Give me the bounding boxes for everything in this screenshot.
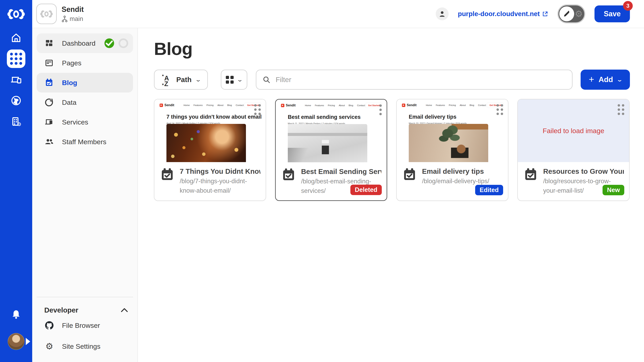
account-icon[interactable] — [436, 7, 448, 20]
preview-nav-item: Contact — [357, 104, 365, 107]
sort-az-icon: ▲▼ AZ — [162, 73, 172, 86]
preview-nav-item: About — [339, 104, 345, 107]
sidebar-item-label: Data — [62, 98, 76, 106]
developer-heading: Developer — [44, 306, 78, 314]
toolbar: ▲▼ AZ Path ⌄ ⌄ — [154, 70, 630, 90]
filter-field — [256, 70, 573, 90]
sidebar-item-label: Staff Members — [62, 138, 106, 146]
sidebar-item-label: Pages — [62, 59, 81, 67]
page-title: Blog — [154, 39, 630, 59]
sidebar-item-label: File Browser — [62, 322, 100, 330]
chevron-down-icon: ⌄ — [616, 77, 623, 83]
blog-card-email-delivery-tips[interactable]: Sendit HomeFeaturesPricingAboutBlogConta… — [396, 99, 508, 201]
search-icon — [262, 76, 270, 84]
sidebar-item-services[interactable]: Services — [37, 112, 133, 132]
icon-rail: ⚙ — [0, 0, 32, 362]
sidebar-item-label: Site Settings — [62, 343, 100, 350]
preview-nav-item: Pricing — [328, 104, 335, 107]
calendar-check-icon — [160, 167, 174, 182]
git-branch-icon — [62, 15, 68, 22]
card-site-preview: Sendit HomeFeaturesPricingAboutBlogConta… — [154, 99, 266, 162]
pages-icon — [44, 58, 54, 68]
blog-card-7-things[interactable]: Sendit HomeFeaturesPricingAboutBlogConta… — [154, 99, 266, 201]
sort-label: Path — [176, 76, 192, 84]
sidebar-item-file-browser[interactable]: File Browser — [40, 316, 130, 335]
sidebar-item-label: Blog — [62, 79, 77, 87]
cloudcannon-logo-icon — [7, 6, 25, 22]
drag-handle-icon[interactable] — [254, 104, 261, 115]
expand-rail-arrow-icon[interactable] — [26, 338, 30, 345]
grid-view-icon — [226, 76, 234, 84]
status-badge-new: New — [602, 185, 624, 195]
build-pending-icon — [118, 38, 128, 48]
chevron-up-icon — [121, 308, 128, 312]
drag-handle-icon[interactable] — [496, 104, 503, 115]
blog-card-best-email[interactable]: Sendit HomeFeaturesPricingAboutBlogConta… — [275, 99, 387, 201]
github-icon — [44, 320, 54, 331]
chevron-down-icon: ⌄ — [237, 77, 243, 83]
card-title: Best Email Sending Servi… — [301, 168, 381, 176]
main-content: Blog ▲▼ AZ Path ⌄ ⌄ — [138, 28, 644, 362]
sidebar-item-pages[interactable]: Pages — [37, 53, 133, 73]
preview-nav-item: Home — [184, 104, 190, 106]
calendar-check-icon — [281, 168, 296, 182]
edit-settings-toggle[interactable]: ⚙ — [558, 4, 585, 23]
sidebar-item-dashboard[interactable]: Dashboard — [37, 33, 133, 53]
preview-nav-item: Blog — [348, 104, 353, 107]
kebab-menu-icon[interactable] — [379, 104, 382, 115]
status-badge-deleted: Deleted — [350, 185, 382, 195]
preview-url-text: purple-door.cloudvent.net — [458, 10, 540, 18]
add-button[interactable]: + Add ⌄ — [580, 70, 630, 90]
preview-sendit-logo: Sendit — [160, 103, 174, 107]
devices-icon[interactable] — [0, 69, 32, 90]
sidebar-item-data[interactable]: Data — [37, 92, 133, 112]
card-grid: Sendit HomeFeaturesPricingAboutBlogConta… — [154, 99, 630, 201]
failed-to-load-text: Failed to load image — [542, 127, 604, 135]
card-title: 7 Things You Didnt Know… — [180, 167, 260, 175]
build-success-icon — [104, 38, 114, 48]
sidebar-item-label: Services — [62, 118, 88, 126]
card-path: /blog/7-things-you-didnt-know-about-emai… — [180, 177, 260, 195]
preview-headline: Best email sending services — [288, 114, 386, 120]
svg-text:⚙: ⚙ — [45, 341, 53, 351]
card-site-preview: Sendit HomeFeaturesPricingAboutBlogConta… — [276, 99, 386, 162]
app-root: ⚙ — [0, 0, 644, 362]
preview-sendit-logo: Sendit — [402, 103, 416, 107]
plus-icon: + — [589, 75, 594, 84]
sidebar-item-site-settings[interactable]: ⚙ Site Settings — [40, 337, 130, 356]
organization-icon[interactable]: ⚙ — [0, 111, 32, 132]
sidebar-item-staff-members[interactable]: Staff Members — [37, 132, 133, 152]
status-badge-edited: Edited — [475, 185, 503, 195]
preview-nav-item: Features — [194, 104, 203, 106]
site-preview-link[interactable]: purple-door.cloudvent.net — [458, 10, 548, 18]
filter-input[interactable] — [276, 76, 566, 84]
developer-section-toggle[interactable]: Developer — [40, 306, 130, 314]
preview-nav: HomeFeaturesPricingAboutBlogContact — [426, 104, 486, 106]
preview-nav-item: Pricing — [206, 104, 214, 106]
user-avatar[interactable] — [8, 333, 24, 350]
home-icon[interactable] — [0, 27, 32, 48]
globe-icon[interactable] — [0, 90, 32, 111]
preview-nav: HomeFeaturesPricingAboutBlogContact — [305, 104, 365, 107]
preview-nav-item: Blog — [227, 104, 232, 106]
apps-grid-icon[interactable] — [0, 48, 32, 69]
failed-image-area: Failed to load image — [518, 99, 629, 162]
card-title: Resources to Grow Your … — [543, 167, 624, 175]
developer-section: Developer File Browser ⚙ Site Settings — [37, 297, 133, 362]
sort-dropdown[interactable]: ▲▼ AZ Path ⌄ — [154, 70, 208, 90]
svg-text:⚙: ⚙ — [17, 121, 22, 127]
sidebar-item-blog[interactable]: Blog — [37, 73, 133, 92]
preview-photo — [166, 124, 246, 162]
blog-card-resources[interactable]: Failed to load image Resources t — [518, 99, 630, 201]
drag-handle-icon[interactable] — [618, 104, 624, 115]
view-mode-dropdown[interactable]: ⌄ — [221, 70, 247, 90]
preview-nav-item: Home — [426, 104, 432, 106]
pencil-icon — [559, 6, 574, 21]
preview-nav-item: About — [217, 104, 224, 106]
add-label: Add — [598, 75, 613, 84]
card-title: Email delivery tips — [422, 167, 503, 175]
preview-headline: Email delivery tips — [409, 114, 508, 120]
bell-icon[interactable] — [0, 304, 32, 325]
preview-nav-item: Contact — [236, 104, 244, 106]
site-logo — [36, 3, 57, 24]
